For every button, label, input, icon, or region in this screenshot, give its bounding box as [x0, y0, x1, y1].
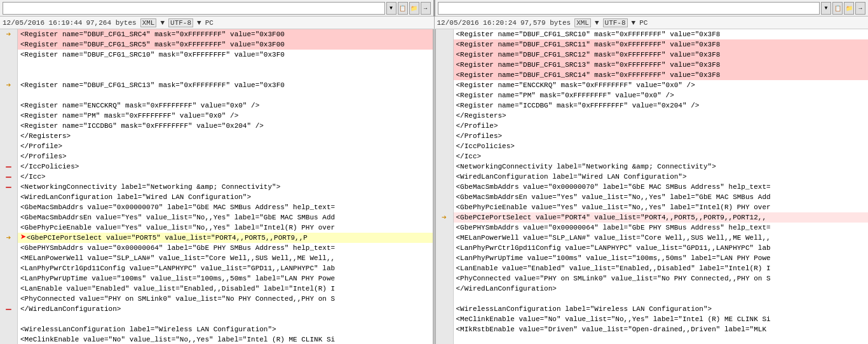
- gutter-line: [0, 334, 17, 344]
- right-gutter: ➔: [436, 29, 454, 344]
- gutter-line: [436, 263, 453, 273]
- left-code-area[interactable]: <Register name="DBUF_CFG1_SRC4" mask="0x…: [18, 29, 433, 344]
- code-line: <WirelessLanConfiguration label="Wireles…: [18, 324, 433, 334]
- gutter-line: [0, 243, 17, 253]
- gutter-line: [436, 50, 453, 60]
- right-path-dropdown[interactable]: ▼: [821, 2, 831, 15]
- gutter-line: [436, 60, 453, 70]
- gutter-line: [436, 233, 453, 243]
- left-datetime: 12/05/2016 16:19:44: [3, 19, 82, 27]
- left-gutter: ➔➔———➔—: [0, 29, 18, 344]
- code-line: </Profiles>: [18, 151, 433, 162]
- main-content: ➔➔———➔— <Register name="DBUF_CFG1_SRC4" …: [0, 29, 868, 344]
- code-line: <GbePhyPcieEnable value="Yes" value_list…: [454, 202, 869, 212]
- code-line: <Register name="ENCCKRQ" mask="0xFFFFFFF…: [18, 100, 433, 111]
- gutter-line: [436, 182, 453, 192]
- gutter-line: [436, 202, 453, 212]
- gutter-line: [0, 70, 17, 80]
- left-file-path-container: C:\Users\Plato\Desktop\WINDOWS\mod.xml ▼…: [0, 1, 433, 16]
- gutter-line: [436, 141, 453, 151]
- right-code-area[interactable]: <Register name="DBUF_CFG1_SRC10" mask="0…: [454, 29, 869, 344]
- code-line: </WiredLanConfiguration>: [454, 284, 869, 294]
- left-size: 97,264 bytes: [86, 19, 136, 27]
- code-line: <Register name="DBUF_CFG1_SRC12" mask="0…: [454, 50, 869, 60]
- code-line: <Register name="DBUF_CFG1_SRC13" mask="0…: [18, 80, 433, 90]
- app-container: C:\Users\Plato\Desktop\WINDOWS\mod.xml ▼…: [0, 0, 868, 344]
- right-format: XML: [574, 18, 591, 27]
- left-file-path-input[interactable]: C:\Users\Plato\Desktop\WINDOWS\mod.xml: [3, 2, 385, 15]
- code-line: </IccPolicies>: [18, 162, 433, 172]
- code-line: <WirelessLanConfiguration label="Wireles…: [454, 304, 869, 314]
- right-lineend: PC: [639, 19, 648, 27]
- gutter-line: [0, 100, 17, 111]
- right-size: 97,579 bytes: [520, 19, 571, 27]
- code-line: <Register name="DBUF_CFG1_SRC10" mask="0…: [454, 29, 869, 39]
- gutter-line: [436, 284, 453, 294]
- code-line: <Register name="ENCCKRQ" mask="0xFFFFFFF…: [454, 80, 869, 90]
- gutter-line: ➔: [0, 80, 17, 90]
- left-path-dropdown[interactable]: ▼: [386, 2, 397, 15]
- right-path-folder[interactable]: 📁: [844, 2, 854, 15]
- right-file-path-container: C:\Users\Plato\Desktop\WINDOWS\stock.xml…: [435, 1, 869, 16]
- code-line: <GbePCIePortSelect value="PORT4" value_l…: [454, 212, 869, 223]
- gutter-line: [0, 151, 17, 162]
- gutter-line: [436, 243, 453, 253]
- right-info-bar: 12/05/2016 16:20:24 97,579 bytes XML ▼ U…: [435, 17, 869, 29]
- gutter-line: [436, 90, 453, 100]
- gutter-line: [0, 192, 17, 202]
- code-line: <WiredLanConfiguration label="Wired LAN …: [18, 192, 433, 202]
- right-path-arrow[interactable]: →: [855, 2, 865, 15]
- gutter-line: [436, 111, 453, 121]
- gutter-line: [0, 131, 17, 141]
- gutter-line: [436, 223, 453, 233]
- gutter-line: [436, 314, 453, 324]
- gutter-line: [0, 111, 17, 121]
- right-path-copy[interactable]: 📋: [832, 2, 843, 15]
- left-path-copy[interactable]: 📋: [398, 2, 408, 15]
- code-line: </Profile>: [18, 141, 433, 151]
- code-line: <GbeMacSmbAddrs value="0x00000070" label…: [454, 182, 869, 192]
- code-line: <LanEnable value="Enabled" value_list="E…: [18, 284, 433, 294]
- code-line: <GbePHYSmbAddrs value="0x00000064" label…: [18, 243, 433, 253]
- left-sep1: ▼: [160, 19, 165, 27]
- left-path-arrow[interactable]: →: [421, 2, 431, 15]
- right-file-path-input[interactable]: C:\Users\Plato\Desktop\WINDOWS\stock.xml: [438, 2, 820, 15]
- left-info-bar: 12/05/2016 16:19:44 97,264 bytes XML ▼ U…: [0, 17, 435, 29]
- code-line: <MeClinkEnable value="No" value_list="No…: [18, 334, 433, 344]
- right-encoding: UTF-8: [603, 18, 628, 27]
- gutter-line: [0, 121, 17, 131]
- code-line: </WiredLanConfiguration>: [18, 304, 433, 314]
- code-line: </IccPolicies>: [454, 141, 869, 151]
- code-line: <Register name="DBUF_CFG1_SRC5" mask="0x…: [18, 39, 433, 50]
- left-lineend: PC: [205, 19, 214, 27]
- info-bars: 12/05/2016 16:19:44 97,264 bytes XML ▼ U…: [0, 17, 868, 29]
- gutter-line: —: [0, 304, 17, 314]
- gutter-line: [0, 141, 17, 151]
- code-line: <NetworkingConnectivity label="Networkin…: [454, 162, 869, 172]
- code-line: <LanEnable value="Enabled" value_list="E…: [454, 263, 869, 273]
- code-line: [18, 314, 433, 324]
- code-line: <Register name="DBUF_CFG1_SRC13" mask="0…: [454, 60, 869, 70]
- gutter-line: [0, 263, 17, 273]
- code-line: <PhyConnected value="PHY on SMLink0" val…: [454, 273, 869, 284]
- left-encoding: UTF-8: [168, 18, 193, 27]
- code-line: <Register name="DBUF_CFG1_SRC11" mask="0…: [454, 39, 869, 50]
- gutter-line: [436, 172, 453, 182]
- code-line: <Register name="DBUF_CFG1_SRC4" mask="0x…: [18, 29, 433, 39]
- left-path-folder[interactable]: 📁: [409, 2, 419, 15]
- gutter-line: [436, 131, 453, 141]
- code-line: <MELanPowerWell value="SLP_LAN#" value_l…: [18, 253, 433, 263]
- code-line: <LanPhyPwrUpTime value="100ms" value_lis…: [18, 273, 433, 284]
- right-sep1: ▼: [595, 19, 599, 27]
- gutter-line: [436, 39, 453, 50]
- gutter-line: —: [0, 172, 17, 182]
- code-line: <Register name="PM" mask="0xFFFFFFFF" va…: [454, 90, 869, 100]
- gutter-line: [436, 70, 453, 80]
- gutter-line: [436, 294, 453, 304]
- code-line: ➤ <GbePCIePortSelect value="PORT5" value…: [18, 233, 433, 243]
- code-line: <LanPhyPwrCtrlGpd11Config value="LANPHYP…: [18, 263, 433, 273]
- gutter-line: [436, 121, 453, 131]
- top-bar: C:\Users\Plato\Desktop\WINDOWS\mod.xml ▼…: [0, 0, 868, 17]
- gutter-line: [0, 60, 17, 70]
- gutter-line: ➔: [0, 29, 17, 39]
